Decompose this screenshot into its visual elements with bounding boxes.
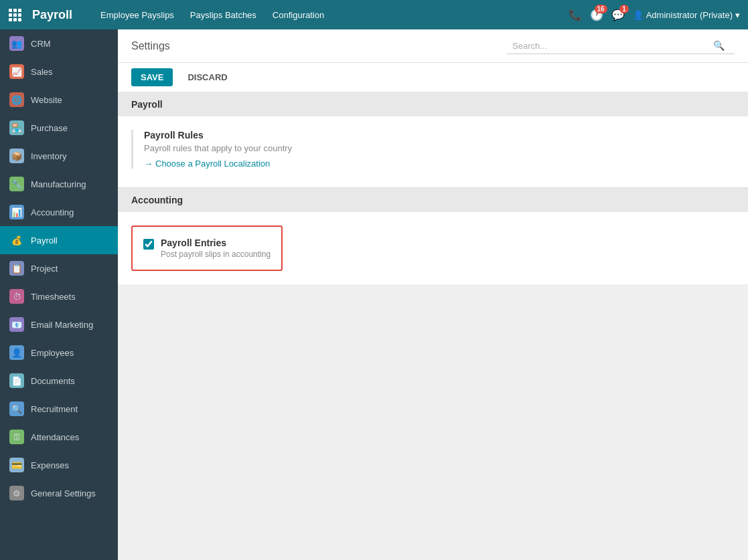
sidebar-item-icon: 👥: [9, 36, 24, 51]
sidebar-item-icon: 💰: [9, 233, 24, 248]
accounting-highlight-box: Payroll Entries Post payroll slips in ac…: [131, 225, 283, 271]
topbar-right: 📞 🕐 16 💬 1 👤 Administrator (Private) ▾: [569, 9, 740, 21]
sidebar-item-label: General Settings: [31, 488, 96, 498]
sidebar-item-attendances[interactable]: 🗓Attendances: [0, 423, 118, 451]
sidebar-item-crm[interactable]: 👥CRM: [0, 29, 118, 58]
activity-icon[interactable]: 🕐 16: [590, 9, 603, 21]
sidebar-item-icon: 📈: [9, 64, 24, 79]
content-area: Settings 🔍 SAVE DISCARD Payroll Payroll …: [118, 29, 748, 560]
user-icon: 👤: [633, 10, 644, 20]
accounting-section-body: Payroll Entries Post payroll slips in ac…: [118, 212, 748, 284]
payroll-section-header: Payroll: [118, 92, 748, 116]
sidebar-item-icon: 💳: [9, 458, 24, 472]
sidebar-item-icon: 📦: [9, 149, 24, 163]
svg-rect-3: [9, 13, 12, 17]
sidebar-item-label: Employees: [31, 348, 74, 358]
sidebar-item-label: Documents: [31, 376, 75, 386]
user-menu[interactable]: 👤 Administrator (Private) ▾: [633, 10, 740, 20]
sidebar-item-label: Payroll: [31, 236, 58, 246]
sidebar-item-label: Expenses: [31, 460, 69, 470]
svg-rect-5: [18, 13, 21, 17]
sidebar-item-inventory[interactable]: 📦Inventory: [0, 142, 118, 170]
sidebar-item-icon: 📧: [9, 317, 24, 332]
sidebar-item-payroll[interactable]: 💰Payroll: [0, 226, 118, 254]
app-title: Payroll: [32, 8, 72, 22]
sidebar-item-label: Purchase: [31, 123, 68, 133]
sidebar-item-icon: 🗓: [9, 430, 24, 444]
sidebar-item-icon: 🔍: [9, 401, 24, 416]
sidebar-item-accounting[interactable]: 📊Accounting: [0, 198, 118, 226]
sidebar-item-icon: 🏪: [9, 120, 24, 135]
payroll-section: Payroll Payroll Rules Payroll rules that…: [118, 92, 748, 188]
sidebar-item-employees[interactable]: 👤Employees: [0, 339, 118, 367]
accounting-section-header: Accounting: [118, 188, 748, 212]
svg-rect-2: [18, 9, 21, 12]
sidebar-item-label: Website: [31, 95, 62, 105]
sidebar-item-website[interactable]: 🌐Website: [0, 86, 118, 114]
settings-content: Payroll Payroll Rules Payroll rules that…: [118, 92, 748, 560]
sidebar-item-icon: 🌐: [9, 92, 24, 107]
activity-badge: 16: [595, 5, 607, 13]
sidebar-item-label: CRM: [31, 39, 51, 49]
chevron-down-icon: ▾: [735, 10, 740, 20]
sidebar-item-manufacturing[interactable]: 🔧Manufacturing: [0, 170, 118, 198]
sidebar-item-project[interactable]: 📋Project: [0, 254, 118, 282]
sidebar-item-icon: 📄: [9, 373, 24, 388]
payroll-rules-subsection: Payroll Rules Payroll rules that apply t…: [131, 130, 735, 169]
nav-payslips-batches[interactable]: Payslips Batches: [183, 6, 263, 24]
svg-rect-1: [13, 9, 17, 12]
sidebar-item-label: Inventory: [31, 151, 66, 161]
sidebar-item-label: Recruitment: [31, 404, 78, 414]
sidebar-item-icon: 📊: [9, 205, 24, 219]
payroll-rules-desc: Payroll rules that apply to your country: [144, 143, 735, 153]
sidebar-item-general-settings[interactable]: ⚙General Settings: [0, 479, 118, 507]
payroll-section-body: Payroll Rules Payroll rules that apply t…: [118, 116, 748, 188]
payroll-entries-title: Payroll Entries: [161, 238, 271, 248]
sidebar-item-documents[interactable]: 📄Documents: [0, 367, 118, 395]
search-icon[interactable]: 🔍: [713, 40, 725, 51]
choose-localization-link[interactable]: → Choose a Payroll Localization: [144, 159, 735, 169]
sidebar-item-recruitment[interactable]: 🔍Recruitment: [0, 395, 118, 423]
nav-employee-payslips[interactable]: Employee Payslips: [94, 6, 181, 24]
save-button[interactable]: SAVE: [131, 68, 173, 86]
main-area: 👥CRM📈Sales🌐Website🏪Purchase📦Inventory🔧Ma…: [0, 29, 748, 560]
svg-rect-7: [13, 18, 17, 21]
sidebar-item-icon: ⏱: [9, 289, 24, 304]
sidebar-item-icon: ⚙: [9, 486, 24, 500]
payroll-entries-item: Payroll Entries Post payroll slips in ac…: [143, 238, 271, 259]
sidebar-item-purchase[interactable]: 🏪Purchase: [0, 114, 118, 142]
user-name: Administrator (Private): [646, 10, 733, 20]
chat-icon[interactable]: 💬 1: [611, 9, 625, 21]
sidebar-item-label: Timesheets: [31, 292, 76, 302]
sidebar-item-icon: 🔧: [9, 177, 24, 191]
svg-rect-6: [9, 18, 12, 21]
discard-button[interactable]: DISCARD: [178, 68, 236, 86]
sidebar-item-label: Attendances: [31, 432, 79, 442]
top-nav: Employee Payslips Payslips Batches Confi…: [94, 6, 558, 24]
page-title: Settings: [131, 40, 170, 52]
payroll-rules-title: Payroll Rules: [144, 130, 735, 141]
sidebar-item-timesheets[interactable]: ⏱Timesheets: [0, 282, 118, 310]
choose-localization-label: Choose a Payroll Localization: [155, 159, 270, 169]
sidebar-item-email-marketing[interactable]: 📧Email Marketing: [0, 310, 118, 339]
sidebar-item-sales[interactable]: 📈Sales: [0, 58, 118, 86]
sidebar-item-expenses[interactable]: 💳Expenses: [0, 451, 118, 479]
nav-configuration[interactable]: Configuration: [266, 6, 331, 24]
payroll-entries-label: Payroll Entries Post payroll slips in ac…: [161, 238, 271, 259]
search-bar: 🔍: [507, 37, 735, 54]
payroll-entries-checkbox[interactable]: [143, 239, 154, 250]
svg-rect-4: [13, 13, 17, 17]
chat-badge: 1: [619, 5, 629, 13]
sidebar-item-label: Project: [31, 264, 58, 274]
sidebar-item-label: Email Marketing: [31, 320, 93, 330]
svg-rect-0: [9, 9, 12, 12]
grid-menu-icon[interactable]: [8, 8, 21, 21]
payroll-entries-checkbox-wrapper: [143, 239, 154, 250]
sidebar-item-label: Manufacturing: [31, 179, 86, 189]
subheader: Settings 🔍: [118, 29, 748, 63]
sidebar-item-icon: 👤: [9, 345, 24, 360]
sidebar-item-label: Accounting: [31, 207, 74, 217]
arrow-icon: →: [144, 159, 153, 169]
search-input[interactable]: [512, 41, 713, 51]
phone-icon[interactable]: 📞: [569, 9, 582, 21]
